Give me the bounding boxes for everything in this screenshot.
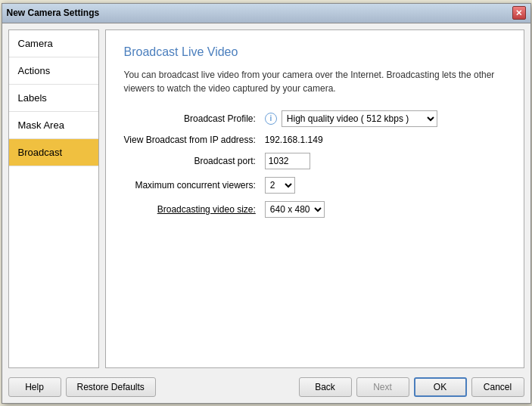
sidebar-item-broadcast[interactable]: Broadcast — [9, 139, 98, 166]
window-body: Camera Actions Labels Mask Area Broadcas… — [2, 23, 530, 403]
broadcast-profile-label: Broadcast Profile: — [124, 113, 259, 124]
sidebar-item-labels[interactable]: Labels — [9, 85, 98, 112]
max-concurrent-field: 2 5 10 20 50 — [265, 177, 506, 194]
back-button[interactable]: Back — [299, 377, 352, 397]
max-concurrent-select[interactable]: 2 5 10 20 50 — [265, 177, 295, 194]
sidebar-item-label: Mask Area — [18, 119, 64, 131]
footer-right: Back Next OK Cancel — [299, 377, 524, 397]
settings-form: Broadcast Profile: i High quality video … — [124, 110, 506, 218]
content-title: Broadcast Live Video — [124, 45, 506, 59]
view-broadcast-value: 192.168.1.149 — [265, 135, 323, 145]
sidebar: Camera Actions Labels Mask Area Broadcas… — [8, 29, 99, 368]
restore-defaults-button[interactable]: Restore Defaults — [66, 377, 156, 397]
content-panel: Broadcast Live Video You can broadcast l… — [105, 29, 524, 368]
help-button[interactable]: Help — [8, 377, 61, 397]
video-size-field: 640 x 480 320 x 240 160 x 120 — [265, 201, 506, 218]
sidebar-item-label: Actions — [18, 65, 51, 76]
info-icon[interactable]: i — [265, 113, 277, 125]
window-title: New Camera Settings — [7, 8, 100, 18]
title-bar: New Camera Settings ✕ — [2, 4, 530, 23]
main-content: Camera Actions Labels Mask Area Broadcas… — [8, 29, 524, 368]
video-size-select[interactable]: 640 x 480 320 x 240 160 x 120 — [265, 201, 325, 218]
next-button[interactable]: Next — [356, 377, 409, 397]
main-window: New Camera Settings ✕ Camera Actions Lab… — [2, 3, 531, 404]
sidebar-item-label: Camera — [18, 38, 53, 49]
max-concurrent-label: Maximum concurrent viewers: — [124, 180, 259, 191]
broadcast-port-input[interactable] — [265, 153, 310, 169]
footer: Help Restore Defaults Back Next OK Cance… — [8, 374, 524, 397]
broadcast-port-field — [265, 153, 506, 169]
broadcast-profile-select[interactable]: High quality video ( 512 kbps ) Medium q… — [282, 110, 437, 127]
cancel-button[interactable]: Cancel — [471, 377, 524, 397]
view-broadcast-label: View Broadcast from IP address: — [124, 135, 259, 145]
close-button[interactable]: ✕ — [512, 6, 526, 20]
sidebar-item-camera[interactable]: Camera — [9, 30, 98, 57]
sidebar-item-actions[interactable]: Actions — [9, 57, 98, 85]
view-broadcast-field: 192.168.1.149 — [265, 135, 506, 145]
ok-button[interactable]: OK — [414, 377, 467, 397]
broadcast-profile-field: i High quality video ( 512 kbps ) Medium… — [265, 110, 506, 127]
broadcast-port-label: Broadcast port: — [124, 156, 259, 166]
sidebar-item-mask-area[interactable]: Mask Area — [9, 112, 98, 139]
sidebar-item-label: Broadcast — [18, 147, 63, 158]
video-size-label: Broadcasting video size: — [124, 204, 259, 215]
sidebar-item-label: Labels — [18, 92, 47, 104]
content-description: You can broadcast live video from your c… — [124, 68, 506, 95]
footer-left: Help Restore Defaults — [8, 377, 156, 397]
